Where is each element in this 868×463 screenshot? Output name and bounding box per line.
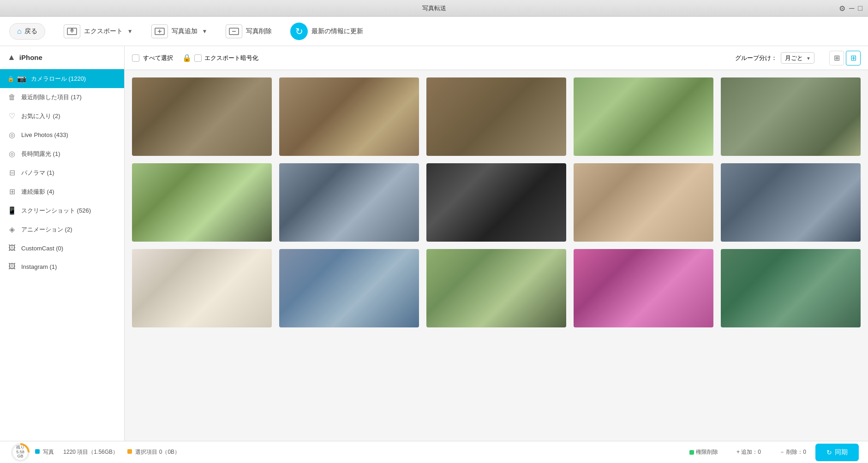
count-label: 1220 項目（1.56GB） <box>63 449 118 455</box>
photo-item[interactable] <box>279 249 419 327</box>
burst-icon: ⊞ <box>7 187 17 196</box>
sync-button[interactable]: ↻ 同期 <box>815 444 859 461</box>
back-button[interactable]: ⌂ 戻る <box>9 23 45 40</box>
photo-item[interactable] <box>574 77 713 156</box>
add-photo-label: 写真追加 <box>172 27 198 36</box>
encrypt-toggle[interactable]: 🔒 エクスポート暗号化 <box>182 53 258 62</box>
lock-yellow-icon: 🔒 <box>182 53 192 62</box>
photo-item[interactable] <box>721 77 861 156</box>
panorama-icon: ⊟ <box>7 168 17 177</box>
photo-item[interactable] <box>279 77 419 156</box>
photo-item[interactable] <box>574 163 713 242</box>
selected-dot <box>127 449 132 454</box>
sidebar-item-camera-roll[interactable]: 🔒 📷 カメラロール (1220) <box>0 69 124 88</box>
sidebar-item-long-exposure[interactable]: ◎ 長時間露光 (1) <box>0 144 124 163</box>
heart-icon: ♡ <box>7 112 17 120</box>
photo-item[interactable] <box>132 163 272 242</box>
customcast-icon: 🖼 <box>7 244 17 252</box>
photo-item[interactable] <box>132 249 272 327</box>
back-label: 戻る <box>24 27 37 36</box>
sync-label: 同期 <box>835 448 848 457</box>
export-button[interactable]: エクスポート ▼ <box>64 24 133 38</box>
device-header: ▲ iPhone <box>0 46 124 69</box>
photo-item[interactable] <box>426 77 566 156</box>
statusbar: 残り 5.58 GB 写真 1220 項目（1.56GB） 選択項目 0（0B）… <box>0 441 868 463</box>
content-area: すべて選択 🔒 エクスポート暗号化 グループ分け： 月ごと 日ごと 年ごと <box>125 46 868 441</box>
sidebar-item-live-photos[interactable]: ◎ Live Photos (433) <box>0 125 124 144</box>
status-right: 権限削除 + 追加：0 － 削除：0 <box>689 448 806 456</box>
animated-icon: ◈ <box>7 225 17 234</box>
long-exposure-icon: ◎ <box>7 149 17 158</box>
select-all-label: すべて選択 <box>143 54 173 62</box>
group-control: グループ分け： 月ごと 日ごと 年ごと <box>735 52 814 64</box>
photo-item[interactable] <box>574 249 713 327</box>
status-info: 写真 1220 項目（1.56GB） 選択項目 0（0B） <box>35 448 689 456</box>
content-toolbar: すべて選択 🔒 エクスポート暗号化 グループ分け： 月ごと 日ごと 年ごと <box>125 46 868 70</box>
photo-item[interactable] <box>426 163 566 242</box>
photo-item[interactable] <box>279 163 419 242</box>
main-area: ▲ iPhone 🔒 📷 カメラロール (1220) 🗑 最近削除した項目 (1… <box>0 46 868 441</box>
photo-item[interactable] <box>132 77 272 156</box>
sidebar-item-instagram[interactable]: 🖼 Instagram (1) <box>0 257 124 276</box>
sidebar-item-animated[interactable]: ◈ アニメーション (2) <box>0 220 124 239</box>
sidebar-item-screenshots[interactable]: 📱 スクリーンショット (526) <box>0 201 124 220</box>
refresh-button[interactable]: ↻ 最新の情報に更新 <box>290 23 363 40</box>
sidebar-item-panorama-label: パノラマ (1) <box>21 169 54 177</box>
photo-grid <box>125 70 868 441</box>
encrypt-checkbox[interactable] <box>194 54 202 62</box>
delete-photo-icon <box>229 27 239 36</box>
sidebar-item-customcast[interactable]: 🖼 CustomCast (0) <box>0 239 124 257</box>
sidebar-item-favorites-label: お気に入り (2) <box>21 112 60 120</box>
add-photo-icon <box>155 27 165 36</box>
sidebar-item-recently-deleted-label: 最近削除した項目 (17) <box>21 93 82 101</box>
encrypt-label: エクスポート暗号化 <box>204 54 258 62</box>
select-all-control[interactable]: すべて選択 <box>132 54 173 62</box>
view-toggles: ⊞ ⊞ <box>829 51 861 65</box>
sidebar-item-burst[interactable]: ⊞ 連続撮影 (4) <box>0 182 124 201</box>
export-icon <box>67 27 77 36</box>
delete-photo-button[interactable]: 写真削除 <box>226 24 272 38</box>
screenshot-icon: 📱 <box>7 206 17 215</box>
lock-icon: 🔒 <box>7 76 14 82</box>
maximize-icon[interactable]: □ <box>858 4 862 12</box>
grid-view-button[interactable]: ⊞ <box>829 51 844 65</box>
titlebar: 写真転送 ⚙ ─ □ <box>0 0 868 17</box>
photo-item[interactable] <box>426 249 566 327</box>
instagram-icon: 🖼 <box>7 262 17 271</box>
sidebar-item-screenshots-label: スクリーンショット (526) <box>21 207 91 215</box>
sidebar-item-panorama[interactable]: ⊟ パノラマ (1) <box>0 163 124 182</box>
perm-delete-item: 権限削除 <box>689 448 718 456</box>
photo-label: 写真 <box>43 449 54 455</box>
add-photo-button[interactable]: 写真追加 ▼ <box>151 24 208 38</box>
delete-photo-label: 写真削除 <box>246 27 272 36</box>
photo-item[interactable] <box>721 249 861 327</box>
sidebar-item-long-exposure-label: 長時間露光 (1) <box>21 150 60 158</box>
camera-icon: 📷 <box>17 74 26 83</box>
add-photo-dropdown-arrow: ▼ <box>202 28 208 35</box>
select-all-checkbox[interactable] <box>132 54 139 62</box>
toolbar: ⌂ 戻る エクスポート ▼ 写真追加 ▼ <box>0 17 868 46</box>
sidebar-item-recently-deleted[interactable]: 🗑 最近削除した項目 (17) <box>0 88 124 107</box>
device-name: iPhone <box>19 53 42 61</box>
photo-dot <box>35 449 40 454</box>
export-icon-box <box>64 24 80 38</box>
minimize-icon[interactable]: ─ <box>849 4 854 12</box>
selected-label: 選択項目 0（0B） <box>135 449 180 455</box>
device-icon: ▲ <box>7 53 16 62</box>
sidebar: ▲ iPhone 🔒 📷 カメラロール (1220) 🗑 最近削除した項目 (1… <box>0 46 125 441</box>
settings-icon[interactable]: ⚙ <box>839 4 845 12</box>
sidebar-item-burst-label: 連続撮影 (4) <box>21 188 54 196</box>
sidebar-item-favorites[interactable]: ♡ お気に入り (2) <box>0 107 124 125</box>
perm-delete-label: 権限削除 <box>696 448 718 456</box>
group-select-wrapper[interactable]: 月ごと 日ごと 年ごと <box>781 52 814 64</box>
sidebar-item-customcast-label: CustomCast (0) <box>21 245 63 252</box>
photo-item[interactable] <box>721 163 861 242</box>
delete-photo-icon-box <box>226 24 242 38</box>
large-grid-view-button[interactable]: ⊞ <box>846 51 861 65</box>
photo-count-item: 写真 <box>35 448 54 456</box>
group-select[interactable]: 月ごと 日ごと 年ごと <box>781 52 814 64</box>
storage-unit: GB <box>16 454 24 459</box>
export-label: エクスポート <box>84 27 123 36</box>
refresh-icon: ↻ <box>290 23 308 40</box>
sidebar-item-live-photos-label: Live Photos (433) <box>21 131 68 138</box>
